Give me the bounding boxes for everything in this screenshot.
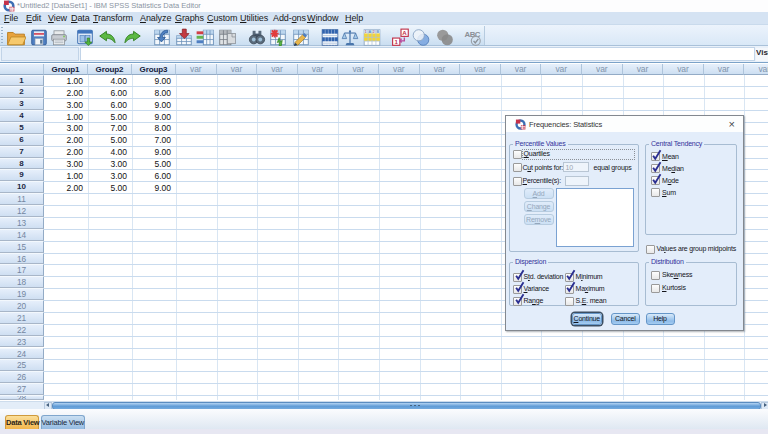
svg-text:1: 1 [394,37,398,44]
svg-text:2: 2 [373,29,375,33]
svg-text:1: 1 [365,29,367,33]
svg-text:A: A [402,29,407,36]
